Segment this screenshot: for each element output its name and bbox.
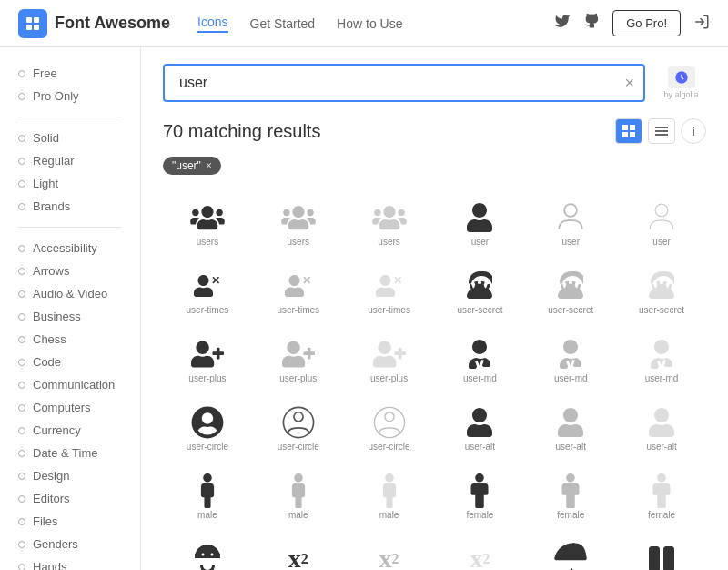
icon-item-user-alt-regular[interactable]: user-alt bbox=[526, 392, 615, 459]
sidebar-item-free[interactable]: Free bbox=[0, 62, 140, 85]
sidebar-item-editors[interactable]: Editors bbox=[0, 487, 140, 510]
icon-item-female-solid[interactable]: female bbox=[436, 461, 525, 527]
sidebar-item-solid[interactable]: Solid bbox=[0, 127, 140, 149]
sidebar-item-brands[interactable]: Brands bbox=[0, 195, 140, 218]
algolia-badge: by algolia bbox=[656, 66, 706, 99]
sidebar-item-code[interactable]: Code bbox=[0, 351, 140, 373]
icon-item-male-solid[interactable]: male bbox=[163, 461, 252, 527]
icon-item-user-astronaut[interactable]: user-astronaut bbox=[163, 529, 252, 570]
icon-label: user-plus bbox=[188, 373, 226, 383]
icon-item-users-solid[interactable]: users bbox=[163, 188, 252, 254]
sidebar-item-design[interactable]: Design bbox=[0, 464, 140, 487]
icon-item-male-light[interactable]: male bbox=[345, 461, 434, 527]
icon-label: user-circle bbox=[278, 442, 319, 452]
view-controls: i bbox=[615, 118, 706, 144]
grid-view-button[interactable] bbox=[615, 118, 642, 144]
svg-rect-8 bbox=[630, 132, 635, 137]
icon-item-user-plus-solid[interactable]: user-plus bbox=[163, 324, 252, 391]
twitter-icon[interactable] bbox=[554, 13, 571, 34]
content-area: × by algolia 70 matching results i bbox=[141, 47, 728, 570]
sidebar-item-date-time[interactable]: Date & Time bbox=[0, 442, 140, 464]
icon-item-female-light[interactable]: female bbox=[617, 461, 706, 527]
filter-tag-user[interactable]: "user" × bbox=[163, 157, 221, 175]
logo-icon bbox=[18, 9, 47, 38]
sidebar-item-business[interactable]: Business bbox=[0, 305, 140, 328]
icon-item-users-light[interactable]: users bbox=[345, 188, 434, 254]
svg-rect-1 bbox=[34, 17, 39, 23]
search-input[interactable] bbox=[163, 64, 645, 102]
svg-rect-11 bbox=[655, 134, 668, 136]
nav-get-started[interactable]: Get Started bbox=[250, 16, 316, 31]
list-view-button[interactable] bbox=[648, 118, 675, 144]
icon-item-stroopwafel[interactable]: stroopwafel bbox=[526, 529, 615, 570]
icon-item-user-times-solid[interactable]: user-times bbox=[163, 256, 252, 322]
signin-icon[interactable] bbox=[693, 14, 710, 33]
icon-label: user-plus bbox=[370, 373, 408, 383]
icon-item-user-md-light[interactable]: user-md bbox=[617, 324, 706, 391]
icon-label: user-times bbox=[368, 305, 410, 315]
icon-item-female-regular[interactable]: female bbox=[526, 461, 615, 527]
icon-item-superscript-solid[interactable]: x2 superscript bbox=[254, 529, 343, 570]
logo-text: Font Awesome bbox=[55, 14, 170, 33]
icon-label: user-md bbox=[554, 373, 588, 383]
sidebar-item-regular[interactable]: Regular bbox=[0, 149, 140, 172]
sidebar-item-computers[interactable]: Computers bbox=[0, 396, 140, 419]
icon-item-user-alt-solid[interactable]: user-alt bbox=[436, 392, 525, 459]
icon-item-user-light[interactable]: user bbox=[617, 188, 706, 254]
nav-how-to-use[interactable]: How to Use bbox=[337, 16, 402, 31]
sidebar-style-section: Free Pro Only bbox=[0, 62, 140, 107]
search-clear-button[interactable]: × bbox=[624, 75, 634, 91]
icon-label: user-times bbox=[277, 305, 319, 315]
icon-item-user-circle-solid[interactable]: user-circle bbox=[163, 392, 252, 459]
icon-item-user-secret-solid[interactable]: user-secret bbox=[436, 256, 525, 322]
icon-item-superscript-light[interactable]: x2 superscript bbox=[436, 529, 525, 570]
sidebar-item-files[interactable]: Files bbox=[0, 510, 140, 533]
icon-label: user-circle bbox=[369, 442, 410, 452]
svg-rect-10 bbox=[655, 130, 668, 132]
svg-rect-2 bbox=[26, 25, 32, 30]
icon-label: male bbox=[288, 510, 308, 520]
sidebar-item-hands[interactable]: Hands bbox=[0, 555, 140, 570]
sidebar-item-accessibility[interactable]: Accessibility bbox=[0, 237, 140, 260]
icon-item-user-solid[interactable]: user bbox=[436, 188, 525, 254]
sidebar-item-chess[interactable]: Chess bbox=[0, 328, 140, 351]
icon-label: female bbox=[466, 510, 493, 520]
icon-item-users-regular[interactable]: users bbox=[254, 188, 343, 254]
icon-item-male-regular[interactable]: male bbox=[254, 461, 343, 527]
svg-point-15 bbox=[294, 412, 303, 422]
info-button[interactable]: i bbox=[681, 118, 706, 144]
nav-icons[interactable]: Icons bbox=[197, 15, 228, 33]
logo[interactable]: Font Awesome bbox=[18, 9, 170, 38]
icon-item-user-circle-regular[interactable]: user-circle bbox=[254, 392, 343, 459]
sidebar-item-currency[interactable]: Currency bbox=[0, 419, 140, 442]
icon-item-user-plus-light[interactable]: user-plus bbox=[345, 324, 434, 391]
sidebar-item-pro-only[interactable]: Pro Only bbox=[0, 85, 140, 107]
github-icon[interactable] bbox=[583, 13, 600, 34]
go-pro-button[interactable]: Go Pro! bbox=[612, 10, 681, 36]
icon-item-superscript-regular[interactable]: x2 superscript bbox=[345, 529, 434, 570]
sidebar-item-audio-video[interactable]: Audio & Video bbox=[0, 282, 140, 305]
filter-tag-remove[interactable]: × bbox=[206, 159, 212, 172]
sidebar-item-communication[interactable]: Communication bbox=[0, 373, 140, 396]
sidebar-item-light[interactable]: Light bbox=[0, 172, 140, 195]
icon-item-pause-solid[interactable]: pause bbox=[617, 529, 706, 570]
svg-rect-6 bbox=[630, 125, 635, 130]
icon-item-user-plus-regular[interactable]: user-plus bbox=[254, 324, 343, 391]
icon-item-user-md-solid[interactable]: user-md bbox=[436, 324, 525, 391]
icon-item-user-circle-light[interactable]: user-circle bbox=[345, 392, 434, 459]
icon-item-user-secret-light[interactable]: user-secret bbox=[617, 256, 706, 322]
icon-item-user-times-light[interactable]: user-times bbox=[345, 256, 434, 322]
icon-item-user-md-regular[interactable]: user-md bbox=[526, 324, 615, 391]
sidebar-item-arrows[interactable]: Arrows bbox=[0, 260, 140, 282]
icon-item-user-alt-light[interactable]: user-alt bbox=[617, 392, 706, 459]
icon-item-user-secret-regular[interactable]: user-secret bbox=[526, 256, 615, 322]
results-count: 70 matching results bbox=[163, 121, 320, 142]
icon-label: users bbox=[378, 237, 399, 247]
svg-rect-0 bbox=[26, 17, 32, 23]
svg-rect-7 bbox=[622, 132, 628, 137]
icon-label: user bbox=[652, 237, 670, 247]
sidebar-item-genders[interactable]: Genders bbox=[0, 533, 140, 555]
icon-item-user-times-regular[interactable]: user-times bbox=[254, 256, 343, 322]
icon-item-user-regular[interactable]: user bbox=[526, 188, 615, 254]
main-nav: Icons Get Started How to Use bbox=[197, 15, 402, 33]
